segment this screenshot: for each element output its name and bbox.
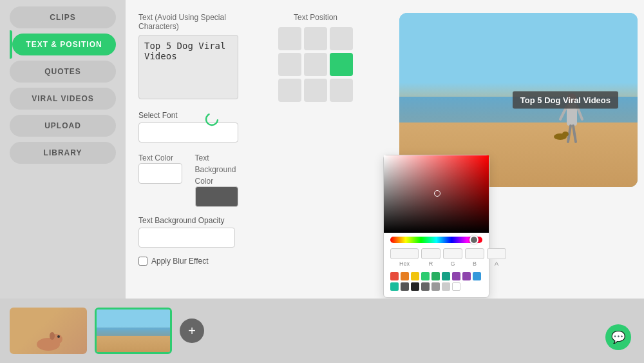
- opacity-input[interactable]: 1: [138, 228, 235, 248]
- bg-color-col: Text Background Color: [195, 152, 239, 207]
- blur-checkbox[interactable]: [138, 257, 147, 266]
- preview-text-overlay: Top 5 Dog Viral Videos: [513, 92, 618, 109]
- add-icon: +: [188, 324, 196, 338]
- font-select-input[interactable]: Font Style: [138, 123, 238, 142]
- hex-field: 5A5A5A Hex: [390, 248, 419, 267]
- swatch-orange[interactable]: [401, 272, 409, 280]
- svg-point-11: [57, 335, 60, 338]
- swatch-yellow[interactable]: [411, 272, 419, 280]
- swatch-dark-green[interactable]: [431, 272, 440, 280]
- g-input[interactable]: 90: [443, 248, 462, 259]
- color-picker-popup: 5A5A5A Hex 90 R 90 G 90: [383, 155, 489, 298]
- svg-point-8: [562, 132, 569, 137]
- text-input[interactable]: Top 5 Dog Viral Videos: [138, 35, 238, 99]
- left-panel: Text (Avoid Using Special Characters) To…: [138, 13, 238, 266]
- swatch-purple[interactable]: [452, 272, 460, 280]
- color-swatches: [384, 268, 489, 291]
- blur-row: Apply Blur Effect: [138, 257, 238, 266]
- sidebar-item-quotes[interactable]: QUOTES: [10, 61, 116, 83]
- r-field: 90 R: [421, 248, 440, 267]
- pos-cell-8[interactable]: [330, 79, 353, 102]
- opacity-row: Text Background Opacity 1: [138, 216, 238, 248]
- position-grid: [278, 27, 353, 102]
- swatch-light-gray[interactable]: [431, 282, 440, 291]
- thumb-dog-bg: [10, 308, 87, 354]
- text-color-col: Text Color: [138, 152, 182, 207]
- right-panel: Text Position: [251, 13, 380, 266]
- sidebar-item-library[interactable]: LIBRARY: [10, 142, 116, 164]
- thumb-beach-bg: [97, 309, 170, 352]
- pos-cell-5[interactable]: [330, 53, 353, 76]
- pos-cell-7[interactable]: [304, 79, 327, 102]
- a-field: 100 A: [487, 248, 506, 267]
- chat-button[interactable]: 💬: [605, 324, 631, 350]
- hex-input[interactable]: 5A5A5A: [390, 248, 419, 259]
- swatch-blue[interactable]: [473, 272, 481, 280]
- text-color-label: Text Color: [138, 153, 173, 162]
- sidebar-item-upload[interactable]: UPLOAD: [10, 115, 116, 137]
- swatch-black[interactable]: [411, 282, 419, 291]
- hue-slider[interactable]: [390, 237, 482, 243]
- a-input[interactable]: 100: [487, 248, 506, 259]
- position-label: Text Position: [251, 13, 380, 22]
- b-input[interactable]: 90: [465, 248, 484, 259]
- swatch-white[interactable]: [452, 282, 460, 291]
- pos-cell-3[interactable]: [278, 53, 301, 76]
- loading-spinner-icon: [205, 112, 219, 126]
- color-gradient-canvas[interactable]: [384, 155, 489, 233]
- font-select-label: Select Font: [138, 111, 238, 120]
- sidebar-item-viral-videos[interactable]: VIRAL VIDEOS: [10, 88, 116, 110]
- svg-point-12: [50, 332, 55, 340]
- b-label: B: [473, 260, 477, 267]
- swatch-red[interactable]: [390, 272, 399, 280]
- chat-icon: 💬: [611, 330, 625, 344]
- sidebar-item-text-position[interactable]: TEXT & POSITION: [12, 34, 116, 55]
- filmstrip-thumb-dog[interactable]: [10, 308, 87, 354]
- font-select-row: Select Font Font Style: [138, 111, 238, 142]
- hex-label: Hex: [399, 260, 410, 267]
- svg-point-0: [205, 112, 219, 126]
- swatch-teal[interactable]: [442, 272, 450, 280]
- color-inputs-row: 5A5A5A Hex 90 R 90 G 90: [384, 243, 489, 268]
- bg-color-swatch[interactable]: [195, 186, 239, 207]
- swatch-dark-gray[interactable]: [401, 282, 409, 291]
- blur-label: Apply Blur Effect: [151, 257, 209, 266]
- swatch-cyan[interactable]: [390, 282, 399, 291]
- g-label: G: [450, 260, 455, 267]
- filmstrip: +: [0, 299, 644, 363]
- swatch-lighter-gray[interactable]: [442, 282, 450, 291]
- bg-color-label: Text Background Color: [195, 153, 236, 186]
- pos-cell-6[interactable]: [278, 79, 301, 102]
- pos-cell-2[interactable]: [330, 27, 353, 50]
- a-label: A: [495, 260, 498, 267]
- r-label: R: [429, 260, 433, 267]
- dog-icon: [29, 325, 68, 354]
- sidebar: CLIPS TEXT & POSITION QUOTES VIRAL VIDEO…: [0, 0, 126, 299]
- active-indicator: [10, 30, 12, 59]
- opacity-label: Text Background Opacity: [138, 216, 238, 225]
- gradient-cursor: [434, 190, 440, 197]
- text-input-label: Text (Avoid Using Special Characters): [138, 13, 238, 31]
- add-clip-button[interactable]: +: [180, 319, 204, 343]
- swatch-green[interactable]: [421, 272, 430, 280]
- g-field: 90 G: [443, 248, 462, 267]
- svg-line-6: [573, 126, 576, 142]
- b-field: 90 B: [465, 248, 484, 267]
- swatch-violet[interactable]: [462, 272, 471, 280]
- pos-cell-1[interactable]: [304, 27, 327, 50]
- r-input[interactable]: 90: [421, 248, 440, 259]
- content-area: Text (Avoid Using Special Characters) To…: [126, 0, 644, 299]
- text-color-swatch[interactable]: [138, 163, 182, 184]
- hue-thumb: [469, 235, 478, 244]
- swatch-gray[interactable]: [421, 282, 430, 291]
- sidebar-item-clips[interactable]: CLIPS: [10, 6, 116, 28]
- pos-cell-0[interactable]: [278, 27, 301, 50]
- pos-cell-4[interactable]: [304, 53, 327, 76]
- filmstrip-thumb-beach[interactable]: [95, 308, 172, 354]
